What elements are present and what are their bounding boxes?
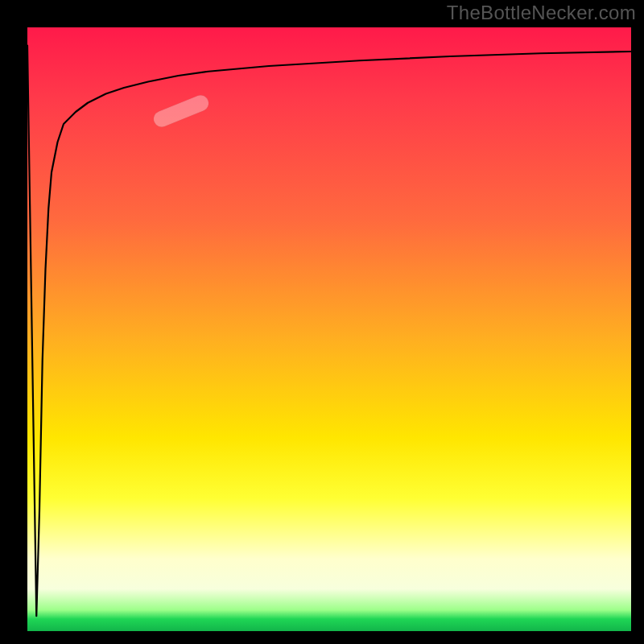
attribution-label: TheBottleNecker.com (447, 2, 636, 24)
highlight-segment (151, 93, 211, 130)
bottleneck-curve (27, 27, 631, 631)
chart-frame: TheBottleNecker.com (0, 0, 644, 644)
plot-area (27, 27, 631, 631)
curve-path (27, 46, 631, 617)
